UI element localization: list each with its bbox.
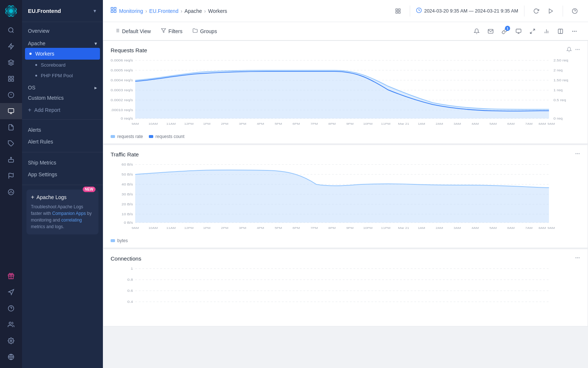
svg-point-28 (9, 322, 11, 324)
link-button[interactable]: 1 (498, 25, 511, 38)
app-logo[interactable] (0, 0, 22, 22)
svg-text:12PM: 12PM (184, 122, 193, 125)
svg-text:10AM: 10AM (148, 226, 158, 230)
svg-point-21 (10, 192, 10, 193)
default-view-button[interactable]: Default View (110, 26, 155, 36)
sidebar-item-alert-rules[interactable]: Alert Rules (22, 136, 103, 148)
requests-rate-more-icon[interactable] (575, 47, 580, 54)
svg-point-62 (576, 31, 576, 31)
rail-layers[interactable] (0, 54, 22, 71)
columns-button[interactable] (554, 25, 567, 38)
rail-megaphone[interactable] (0, 284, 22, 300)
connections-title: Connections (111, 255, 141, 262)
rail-help[interactable] (0, 300, 22, 316)
sidebar-item-alerts[interactable]: Alerts (22, 124, 103, 136)
sidebar-item-overview[interactable]: Overview (22, 25, 103, 37)
requests-rate-bell-icon[interactable] (566, 47, 572, 54)
php-fpm-dot (35, 75, 37, 77)
play-button[interactable] (545, 5, 557, 17)
companion-apps-link[interactable]: Companion Apps (52, 211, 86, 216)
sidebar-chevron-icon[interactable]: ▼ (93, 8, 97, 14)
svg-text:30 B/s: 30 B/s (122, 192, 133, 196)
rail-palette[interactable] (0, 184, 22, 200)
requests-rate-title: Requests Rate (111, 47, 147, 53)
charts-area: Requests Rate (103, 40, 588, 368)
svg-text:9PM: 9PM (346, 122, 354, 125)
groups-button[interactable]: Groups (188, 26, 221, 36)
traffic-rate-more-icon[interactable] (575, 151, 580, 158)
requests-rate-actions (566, 47, 580, 54)
svg-text:9AM: 9AM (132, 226, 139, 230)
rail-document[interactable] (0, 119, 22, 135)
rail-alert[interactable] (0, 87, 22, 103)
bars-chart-button[interactable] (540, 25, 553, 38)
rail-puzzle[interactable] (0, 135, 22, 152)
rail-settings[interactable] (0, 333, 22, 349)
topbar-divider2 (524, 6, 524, 17)
rail-robot[interactable] (0, 152, 22, 168)
toolbar2-right-actions: 1 (470, 25, 581, 38)
svg-text:8PM: 8PM (328, 122, 336, 125)
svg-text:Mar 21: Mar 21 (398, 122, 409, 125)
traffic-rate-chart: 60 B/s 50 B/s 40 B/s 30 B/s 20 B/s 10 B/… (111, 161, 580, 243)
monitor-button[interactable] (512, 25, 525, 38)
svg-text:4PM: 4PM (257, 122, 264, 125)
filters-button[interactable]: Filters (157, 26, 187, 36)
sidebar-group-os[interactable]: OS ▸ (22, 81, 103, 92)
refresh-button[interactable] (530, 5, 542, 17)
svg-rect-33 (114, 7, 116, 9)
connections-panel: Connections 1 0.8 0.6 0.4 (103, 249, 588, 326)
topbar-grid-icon[interactable] (392, 5, 404, 17)
correlating-link[interactable]: correlating (61, 217, 82, 223)
rail-lightning[interactable] (0, 38, 22, 54)
topbar-divider3 (563, 6, 563, 17)
new-badge: NEW (83, 187, 96, 192)
rail-monitor[interactable] (0, 103, 22, 119)
sidebar-group-apache[interactable]: Apache ▾ (22, 37, 103, 48)
svg-text:Mar 21: Mar 21 (398, 226, 409, 230)
requests-rate-legend: requests rate requests count (111, 134, 580, 139)
svg-text:1PM: 1PM (203, 122, 211, 125)
rail-users[interactable] (0, 316, 22, 333)
sidebar-item-custom-metrics[interactable]: Custom Metrics (22, 92, 103, 104)
svg-point-66 (576, 49, 576, 50)
svg-text:0.4: 0.4 (128, 300, 133, 304)
breadcrumb-sep3: › (204, 8, 206, 14)
filter-icon (161, 28, 166, 34)
svg-text:0.0003 req/s: 0.0003 req/s (111, 88, 133, 92)
connections-more-icon[interactable] (575, 255, 580, 262)
rail-flag[interactable] (0, 168, 22, 184)
rail-globe[interactable] (0, 349, 22, 365)
breadcrumb-monitoring[interactable]: Monitoring (119, 8, 143, 14)
connections-actions (575, 255, 580, 262)
legend-bytes: bytes (111, 238, 128, 243)
svg-text:1 req: 1 req (553, 88, 563, 92)
folder-icon (193, 28, 198, 34)
svg-rect-38 (398, 11, 400, 13)
expand-button[interactable] (526, 25, 539, 38)
sidebar-item-app-settings[interactable]: App Settings (22, 169, 103, 180)
sidebar-item-scoreboard[interactable]: Scoreboard (22, 60, 103, 70)
help-button[interactable] (569, 5, 581, 17)
rail-search[interactable] (0, 22, 22, 38)
svg-text:11AM: 11AM (166, 226, 176, 230)
sidebar-item-workers[interactable]: Workers (25, 48, 100, 60)
email-button[interactable] (484, 25, 497, 38)
apache-logs-button[interactable]: + Apache Logs (31, 194, 94, 201)
sidebar-item-ship-metrics[interactable]: Ship Metrics (22, 157, 103, 169)
svg-text:5PM: 5PM (275, 122, 282, 125)
svg-point-113 (579, 153, 579, 154)
bell-button[interactable] (470, 25, 483, 38)
rail-grid[interactable] (0, 71, 22, 87)
sidebar-item-php-fpm-pool[interactable]: PHP FPM Pool (22, 70, 103, 81)
rail-gift[interactable] (0, 268, 22, 284)
svg-text:7PM: 7PM (311, 226, 318, 230)
legend-requests-count: requests count (149, 134, 184, 139)
sidebar-add-report[interactable]: + Add Report (22, 104, 103, 116)
svg-text:1PM: 1PM (203, 226, 211, 230)
svg-point-2 (9, 9, 13, 13)
breadcrumb-eu-frontend[interactable]: EU.Frontend (149, 8, 178, 14)
svg-rect-9 (8, 79, 10, 81)
svg-text:4AM: 4AM (472, 226, 479, 230)
more-button[interactable] (568, 25, 581, 38)
